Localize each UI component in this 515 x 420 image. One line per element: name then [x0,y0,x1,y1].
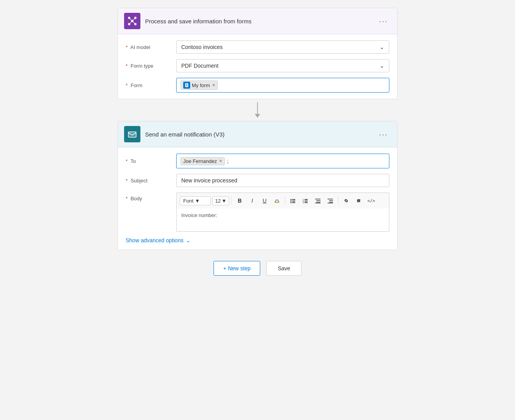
body-label: * Body [126,192,176,201]
card2-body: * To Joe Fernandez × ; * [118,147,397,250]
ai-model-dropdown[interactable]: Contoso invoices ⌄ [176,40,389,54]
svg-rect-25 [305,199,308,200]
rich-toolbar: Font ▼ 12 ▼ B I U [176,192,389,208]
form-tag-remove[interactable]: × [212,82,215,88]
to-recipient-remove[interactable]: × [219,158,222,164]
form-tag: My form × [180,80,218,90]
toolbar-divider-2 [285,197,285,205]
increase-indent-button[interactable] [325,195,336,206]
card2-icon [124,126,140,142]
highlight-icon [274,198,280,204]
arrow-head-1 [255,114,260,118]
save-button[interactable]: Save [266,261,301,276]
card1-menu-button[interactable]: ··· [376,15,391,27]
email-icon [127,129,137,139]
subject-input[interactable] [176,174,389,187]
process-forms-icon [127,16,137,26]
form-control: My form × [176,78,389,93]
svg-rect-32 [328,199,333,200]
svg-rect-28 [315,199,321,200]
to-tag-input[interactable]: Joe Fernandez × ; [176,154,389,168]
form-row: * Form [126,78,389,93]
svg-rect-35 [328,203,333,204]
ai-model-required: * [126,44,128,50]
ai-model-label: * AI model [126,44,176,50]
svg-rect-20 [292,201,295,201]
font-selector[interactable]: Font ▼ [180,196,211,205]
decrease-indent-button[interactable] [312,195,323,206]
subject-label: * Subject [126,178,176,184]
underline-button[interactable]: U [259,195,270,206]
svg-rect-29 [316,200,321,201]
svg-rect-33 [329,200,333,201]
svg-line-7 [129,21,132,24]
form-tag-input[interactable]: My form × [176,78,389,93]
bold-button[interactable]: B [234,195,245,206]
to-label: * To [126,158,176,164]
to-control: Joe Fernandez × ; [176,154,389,168]
numbered-list-button[interactable]: 1. 2. 3. [300,195,311,206]
toolbar-divider-1 [231,197,232,205]
unlink-button[interactable] [353,195,364,206]
card-process-forms: Process and save information from forms … [117,8,398,99]
increase-indent-icon [327,198,333,204]
arrow-line-1 [257,102,258,114]
body-required: * [126,196,128,201]
subject-control [176,174,389,187]
bullet-list-button[interactable] [287,195,298,206]
svg-line-8 [132,21,135,24]
card2-header: Send an email notification (V3) ··· [118,121,397,147]
form-type-label: * Form type [126,63,176,69]
code-button[interactable]: </> [366,195,377,206]
highlight-button[interactable] [272,195,282,206]
svg-rect-27 [305,202,308,203]
card2-menu-button[interactable]: ··· [376,128,391,140]
svg-point-16 [291,199,292,200]
card-send-email: Send an email notification (V3) ··· * To… [117,121,398,250]
advanced-options-toggle[interactable]: Show advanced options ⌄ [126,237,389,243]
card1-body: * AI model Contoso invoices ⌄ * Form typ… [118,34,397,99]
font-size-arrow: ▼ [221,198,226,204]
to-semicolon: ; [227,158,229,164]
italic-button[interactable]: I [247,195,258,206]
card1-title: Process and save information from forms [145,18,376,24]
ai-model-dropdown-arrow: ⌄ [380,44,384,50]
body-row: * Body Font ▼ 12 ▼ [126,192,389,232]
form-tag-svg [184,83,189,88]
form-type-row: * Form type PDF Document ⌄ [126,59,389,72]
new-step-button[interactable]: + New step [214,261,260,276]
svg-point-17 [291,201,292,202]
svg-rect-26 [305,201,308,201]
form-label: * Form [126,82,176,88]
form-type-control: PDF Document ⌄ [176,59,389,72]
numbered-list-icon: 1. 2. 3. [302,198,308,204]
font-dropdown-arrow: ▼ [195,198,200,204]
body-control: Font ▼ 12 ▼ B I U [176,192,389,232]
svg-rect-34 [329,202,333,203]
form-tag-icon [183,82,190,89]
to-required: * [126,158,128,164]
bottom-actions: + New step Save [214,261,301,276]
form-type-dropdown[interactable]: PDF Document ⌄ [176,59,389,72]
svg-rect-30 [316,202,321,203]
toolbar-divider-3 [338,197,338,205]
card1-header: Process and save information from forms … [118,8,397,34]
card1-icon [124,13,140,29]
svg-rect-15 [275,202,279,203]
link-icon [343,198,349,204]
ai-model-row: * AI model Contoso invoices ⌄ [126,40,389,54]
body-text-area[interactable]: Invoice number: [176,208,389,232]
decrease-indent-icon [315,198,321,204]
form-type-required: * [126,63,128,69]
form-type-dropdown-arrow: ⌄ [380,63,384,69]
svg-rect-31 [315,203,321,204]
font-size-selector[interactable]: 12 ▼ [212,196,229,205]
ai-model-control: Contoso invoices ⌄ [176,40,389,54]
svg-rect-21 [292,202,295,203]
svg-point-18 [291,202,292,203]
bullet-list-icon [290,198,296,204]
link-button[interactable] [341,195,352,206]
to-recipient-tag: Joe Fernandez × [180,157,225,165]
to-row: * To Joe Fernandez × ; [126,154,389,168]
canvas: Process and save information from forms … [0,0,515,276]
